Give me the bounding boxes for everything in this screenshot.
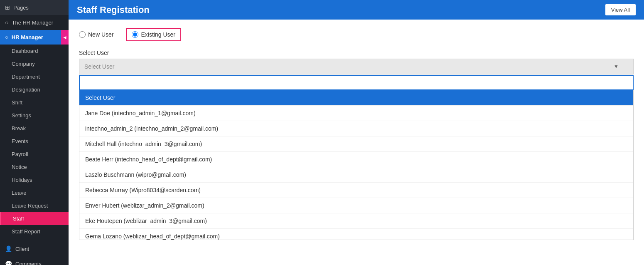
sidebar-item-holidays[interactable]: Holidays (0, 173, 69, 186)
dropdown-item-jane-doe[interactable]: Jane Doe (intechno_admin_1@gmail.com) (79, 106, 633, 121)
sidebar-item-comments[interactable]: 💬 Comments (0, 256, 69, 265)
select-user-label: Select User (79, 50, 634, 56)
sidebar-item-company[interactable]: Company (0, 57, 69, 70)
dropdown-item-select-user[interactable]: Select User (79, 90, 633, 106)
chevron-down-icon: ▼ (614, 64, 619, 69)
radio-new-user[interactable]: New User (79, 31, 113, 38)
sidebar-item-staff-report[interactable]: Staff Report (0, 225, 69, 238)
hr-manager-icon: ○ (5, 34, 8, 40)
sidebar-item-dashboard[interactable]: Dashboard (0, 45, 69, 57)
sidebar-item-events[interactable]: Events (0, 135, 69, 148)
form-area: New User Existing User Select User Selec… (69, 20, 644, 265)
sidebar-item-staff[interactable]: Staff (0, 212, 69, 225)
main-content: Staff Registation View All New User Exis… (69, 0, 644, 265)
radio-new-user-input[interactable] (79, 31, 86, 38)
sidebar-item-leave[interactable]: Leave (0, 186, 69, 199)
dropdown-item-enver[interactable]: Enver Hubert (weblizar_admin_2@gmail.com… (79, 198, 633, 213)
sidebar: ⊞ Pages ○ The HR Manager ○ HR Manager ◄ … (0, 0, 69, 265)
sidebar-item-hr-manager[interactable]: ○ HR Manager ◄ (0, 30, 69, 45)
the-hr-manager-icon: ○ (5, 19, 8, 26)
dropdown-item-laszlo[interactable]: Laszlo Buschmann (wipro@gmail.com) (79, 167, 633, 183)
dropdown-item-mitchell-hall[interactable]: Mitchell Hall (intechno_admin_3@gmail.co… (79, 136, 633, 152)
sidebar-hr-manager-label: HR Manager (12, 34, 43, 40)
dropdown-item-eke[interactable]: Eke Houtepen (weblizar_admin_3@gmail.com… (79, 213, 633, 229)
sidebar-collapse-arrow: ◄ (61, 30, 69, 45)
radio-new-user-label: New User (88, 31, 113, 38)
dropdown-placeholder: Select User (84, 63, 114, 70)
radio-group: New User Existing User (79, 28, 634, 41)
radio-existing-user[interactable]: Existing User (126, 28, 181, 41)
dropdown-list: Select User Jane Doe (intechno_admin_1@g… (79, 90, 634, 240)
search-input[interactable] (79, 75, 634, 90)
sidebar-item-notice[interactable]: Notice (0, 161, 69, 173)
sidebar-item-pages[interactable]: ⊞ Pages (0, 0, 69, 15)
sidebar-pages-label: Pages (13, 5, 29, 11)
sidebar-item-department[interactable]: Department (0, 70, 69, 83)
radio-existing-user-label: Existing User (141, 31, 175, 38)
sidebar-item-break[interactable]: Break (0, 122, 69, 135)
sidebar-item-leave-request[interactable]: Leave Request (0, 199, 69, 212)
dropdown-item-beate-herr[interactable]: Beate Herr (intechno_head_of_dept@gmail.… (79, 152, 633, 167)
sidebar-item-designation[interactable]: Designation (0, 83, 69, 96)
dropdown-item-gema[interactable]: Gema Lozano (weblizar_head_of_dept@gmail… (79, 229, 633, 240)
pages-icon: ⊞ (5, 4, 10, 11)
dropdown-container: Select User ▼ Select User Jane Doe (inte… (79, 59, 634, 240)
sidebar-item-payroll[interactable]: Payroll (0, 148, 69, 161)
client-icon: 👤 (5, 245, 12, 252)
radio-existing-user-input[interactable] (132, 31, 138, 38)
sidebar-item-the-hr-manager[interactable]: ○ The HR Manager (0, 15, 69, 30)
dropdown-display[interactable]: Select User ▼ (79, 59, 634, 74)
page-title: Staff Registation (77, 5, 150, 15)
dropdown-item-intechno-admin-2[interactable]: intechno_admin_2 (intechno_admin_2@gmail… (79, 121, 633, 136)
dropdown-item-rebecca[interactable]: Rebecca Murray (Wipro8034@scarden.com) (79, 183, 633, 198)
view-all-button[interactable]: View All (605, 4, 636, 15)
sidebar-item-settings[interactable]: Settings (0, 109, 69, 122)
sidebar-the-hr-manager-label: The HR Manager (12, 20, 53, 26)
header-bar: Staff Registation View All (69, 0, 644, 20)
sidebar-item-shift[interactable]: Shift (0, 96, 69, 109)
comments-icon: 💬 (5, 260, 12, 265)
sidebar-item-client[interactable]: 👤 Client (0, 241, 69, 256)
